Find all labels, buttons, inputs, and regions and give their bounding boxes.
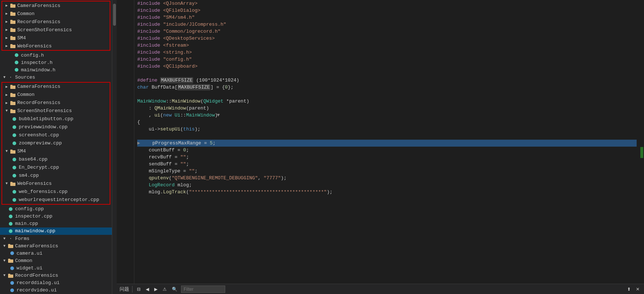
tree-item-camera-ui[interactable]: camera.ui xyxy=(0,250,112,257)
ui-file-icon xyxy=(9,251,15,256)
cpp-file-icon xyxy=(11,116,18,122)
tree-item-widget-ui[interactable]: widget.ui xyxy=(0,265,112,272)
tree-item-common-src[interactable]: ▶ Common xyxy=(2,91,110,99)
arrow-icon: ▼ xyxy=(4,109,10,113)
svg-rect-10 xyxy=(10,45,15,48)
folder-icon xyxy=(10,3,16,8)
tree-label: Common xyxy=(15,258,32,263)
tree-item-main-cpp[interactable]: main.cpp xyxy=(0,220,112,227)
code-content[interactable]: #include <QJsonArray> #include <QFileDia… xyxy=(134,0,640,284)
tree-item-common-f[interactable]: ▼ Common xyxy=(0,257,112,264)
tree-item-web-forensics-src[interactable]: ▼ WebForensics xyxy=(2,180,110,188)
right-code-scrollbar[interactable] xyxy=(640,0,644,284)
arrow-icon: ▼ xyxy=(1,259,7,263)
tree-item-zoompreview[interactable]: zoompreview.cpp xyxy=(2,139,110,147)
code-line-20: #include <string.h> xyxy=(137,49,637,56)
tree-item-sm4-src[interactable]: ▼ SM4 xyxy=(2,147,110,155)
svg-rect-27 xyxy=(8,259,10,260)
svg-rect-14 xyxy=(10,94,15,97)
tree-item-web-forensics-cpp[interactable]: web_forensics.cpp xyxy=(2,188,110,196)
tree-item-config-h[interactable]: config.h xyxy=(0,51,112,59)
tree-item-record-f[interactable]: ▼ RecordForensics xyxy=(0,272,112,279)
tree-item-sm4-cpp[interactable]: sm4.cpp xyxy=(2,172,110,180)
code-line-36: sendBuff = ""; xyxy=(137,161,637,168)
cpp-file-icon xyxy=(11,141,18,146)
tree-item-recordvideo-ui[interactable]: recordvideo.ui xyxy=(0,287,112,294)
cpp-file-icon xyxy=(7,229,14,234)
ui-file-icon xyxy=(9,266,15,271)
tree-label: CameraForensics xyxy=(17,84,60,89)
svg-rect-25 xyxy=(8,244,10,245)
code-line-27: MainWindow::MainWindow(QWidget *parent) xyxy=(137,98,637,105)
tree-item-en-decrypt[interactable]: En_Decrypt.cpp xyxy=(2,164,110,172)
tree-label: CameraForensics xyxy=(17,3,60,8)
code-line-13: #include <QJsonArray> xyxy=(137,0,637,7)
toolbar-filter-input[interactable] xyxy=(181,286,225,293)
tree-item-base64[interactable]: base64.cpp xyxy=(2,155,110,164)
cpp-file-icon xyxy=(11,197,18,202)
tree-item-config-cpp[interactable]: config.cpp xyxy=(0,205,112,213)
toolbar-nav-button[interactable]: ⊟ xyxy=(135,286,142,293)
toolbar-warning-button[interactable]: ⚠ xyxy=(161,286,168,293)
code-line-26 xyxy=(137,91,637,98)
code-line-39: LogRecord mlog; xyxy=(137,182,637,189)
cpp-file-icon xyxy=(11,125,18,130)
tree-item-screenshot-h[interactable]: ▶ ScreenShotForensics xyxy=(2,26,110,34)
code-line-23 xyxy=(137,70,637,77)
code-line-14: #include <QFileDialog> xyxy=(137,7,637,14)
tree-item-record-forensics-h[interactable]: ▶ RecordForensics xyxy=(2,18,110,26)
tree-item-mainwindow-cpp[interactable]: mainwindow.cpp xyxy=(0,227,112,235)
toolbar-filter-button[interactable]: 🔍 xyxy=(170,286,179,293)
arrow-icon: ▶ xyxy=(4,44,10,48)
tree-label: bubbletipbutton.cpp xyxy=(19,116,73,122)
folder-icon xyxy=(10,19,16,24)
tree-item-sm4-h[interactable]: ▶ SM4 xyxy=(2,34,110,42)
cpp-file-icon xyxy=(11,133,18,138)
toolbar-close-button[interactable]: ✕ xyxy=(634,286,641,293)
code-line-33: ▶ pProgressMaxRange = 5; xyxy=(137,140,637,147)
tree-item-bubbletip[interactable]: bubbletipbutton.cpp xyxy=(2,115,110,123)
folder-icon xyxy=(10,43,16,49)
tree-label: inspector.cpp xyxy=(15,214,52,219)
svg-rect-11 xyxy=(10,44,13,45)
tree-item-common-h[interactable]: ▶ Common xyxy=(2,10,110,18)
tree-label: previewwindow.cpp xyxy=(19,124,68,130)
tree-item-mainwindow-h[interactable]: mainwindow.h xyxy=(0,66,112,74)
tree-item-screenshot-cpp[interactable]: screenshot.cpp xyxy=(2,131,110,139)
dot-icon: · xyxy=(7,75,14,80)
tree-item-sources-root[interactable]: ▼ · Sources xyxy=(0,74,112,81)
tree-item-inspector-h[interactable]: inspector.h xyxy=(0,59,112,66)
tree-item-inspector-cpp[interactable]: inspector.cpp xyxy=(0,213,112,220)
folder-icon xyxy=(7,243,14,248)
tree-label: config.h xyxy=(21,53,44,58)
tree-label: Common xyxy=(17,92,35,97)
left-panel-scrollbar[interactable] xyxy=(112,0,117,294)
tree-item-camera-forensics-h[interactable]: ▶ CameraForensics xyxy=(2,1,110,10)
tree-item-recorddialog-ui[interactable]: recorddialog.ui xyxy=(0,279,112,287)
folder-icon xyxy=(7,273,14,278)
code-line-18: #include <QDesktopServices> xyxy=(137,35,637,42)
tree-item-screenshot-forensics-src[interactable]: ▼ ScreenShotForensics xyxy=(2,107,110,115)
tree-item-web-forensics-h[interactable]: ▶ WebForensics xyxy=(2,42,110,50)
tree-item-camera-f[interactable]: ▼ CameraForensics xyxy=(0,242,112,250)
tree-item-previewwindow[interactable]: previewwindow.cpp xyxy=(2,123,110,131)
mini-scroll-thumb[interactable] xyxy=(640,147,643,158)
bottom-toolbar: 问题 ⊟ ◀ ▶ ⚠ 🔍 ⬆ ✕ xyxy=(117,284,644,294)
code-line-16: #include "include/JlCompress.h" xyxy=(137,21,637,28)
code-line-28: : QMainWindow(parent) xyxy=(137,105,637,112)
tree-label: base64.cpp xyxy=(19,157,47,162)
svg-rect-5 xyxy=(10,20,13,21)
toolbar-forward-button[interactable]: ▶ xyxy=(153,286,159,293)
tree-item-record-forensics-src[interactable]: ▶ RecordForensics xyxy=(2,99,110,107)
arrow-icon: ▼ xyxy=(4,149,10,153)
tree-item-camera-forensics-src[interactable]: ▶ CameraForensics xyxy=(2,83,110,91)
scroll-thumb[interactable] xyxy=(113,4,116,26)
folder-icon xyxy=(10,92,16,97)
toolbar-expand-button[interactable]: ⬆ xyxy=(626,286,632,293)
toolbar-back-button[interactable]: ◀ xyxy=(144,286,151,293)
h-file-icon xyxy=(13,53,20,58)
svg-rect-17 xyxy=(10,101,13,102)
tree-item-weburlrequest[interactable]: weburlrequestinterceptor.cpp xyxy=(2,196,110,204)
folder-icon xyxy=(10,149,16,154)
tree-item-forms-root[interactable]: ▼ · Forms xyxy=(0,235,112,242)
